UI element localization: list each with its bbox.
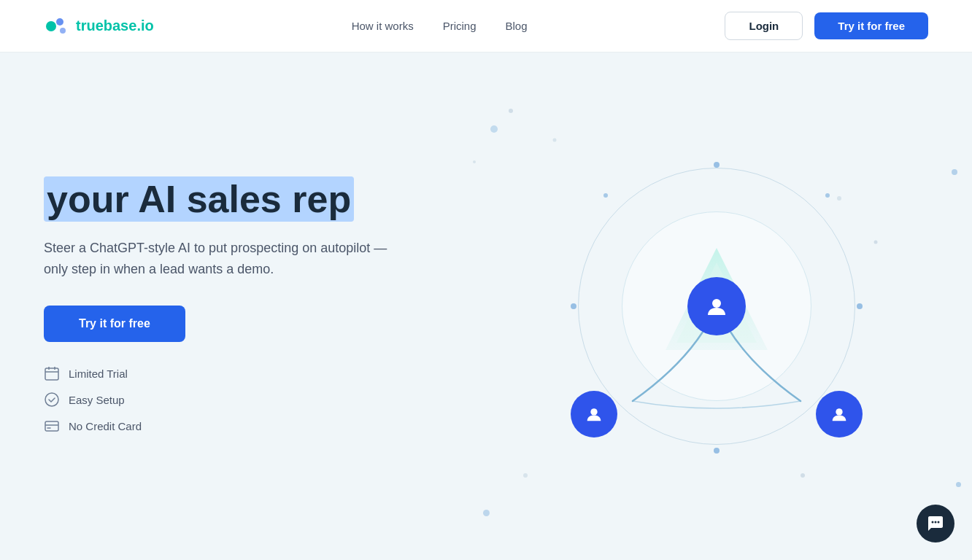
svg-rect-15 [45, 421, 58, 431]
svg-point-25 [938, 521, 940, 524]
nav-link-how-it-works[interactable]: How it works [352, 20, 414, 32]
dot-extra-2 [490, 125, 498, 133]
illustration-container [563, 153, 870, 459]
nav-actions: Login Try it for free [725, 12, 928, 40]
calendar-icon [44, 365, 60, 381]
hero-heading: your AI sales rep [44, 179, 409, 220]
feature-label-setup: Easy Setup [69, 394, 125, 406]
login-button[interactable]: Login [725, 12, 803, 40]
feature-item-trial: Limited Trial [44, 365, 409, 381]
hero-section: your AI sales rep Steer a ChatGPT-style … [0, 52, 972, 560]
chat-icon [927, 515, 944, 532]
feature-item-card: No Credit Card [44, 418, 409, 434]
feature-item-setup: Easy Setup [44, 392, 409, 408]
navbar: truebase.io How it works Pricing Blog Lo… [0, 0, 972, 52]
hero-content: your AI sales rep Steer a ChatGPT-style … [44, 179, 409, 435]
svg-point-14 [45, 393, 58, 406]
svg-point-20 [712, 299, 721, 308]
dot-extra-3 [956, 482, 961, 487]
logo-icon [44, 13, 70, 39]
feature-list: Limited Trial Easy Setup No Credit Card [44, 365, 409, 434]
svg-point-0 [46, 21, 56, 31]
feature-label-trial: Limited Trial [69, 368, 128, 380]
hero-illustration [461, 52, 972, 560]
svg-point-22 [836, 408, 842, 415]
hero-subtext: Steer a ChatGPT-style AI to put prospect… [44, 238, 409, 280]
credit-card-icon [44, 418, 60, 434]
check-circle-icon [44, 392, 60, 408]
feature-label-card: No Credit Card [69, 420, 142, 432]
hero-heading-text: your AI sales rep [44, 176, 354, 222]
avatar-bottom-left [571, 391, 617, 438]
nav-link-blog[interactable]: Blog [506, 20, 528, 32]
avatar-center [687, 277, 746, 335]
logo-link[interactable]: truebase.io [44, 13, 154, 39]
svg-point-23 [932, 521, 934, 524]
nav-links: How it works Pricing Blog [352, 20, 528, 33]
dot-extra-1 [952, 169, 957, 175]
svg-point-24 [935, 521, 937, 524]
dot-extra-4 [483, 510, 490, 516]
svg-point-2 [60, 28, 66, 34]
svg-point-21 [590, 408, 597, 415]
svg-rect-10 [45, 368, 58, 380]
svg-point-1 [56, 18, 63, 26]
chat-button[interactable] [917, 505, 954, 542]
try-free-button-nav[interactable]: Try it for free [814, 12, 928, 39]
logo-text: truebase.io [76, 18, 154, 34]
try-free-button-hero[interactable]: Try it for free [44, 306, 185, 342]
avatar-bottom-right [816, 391, 863, 438]
nav-link-pricing[interactable]: Pricing [443, 20, 477, 32]
